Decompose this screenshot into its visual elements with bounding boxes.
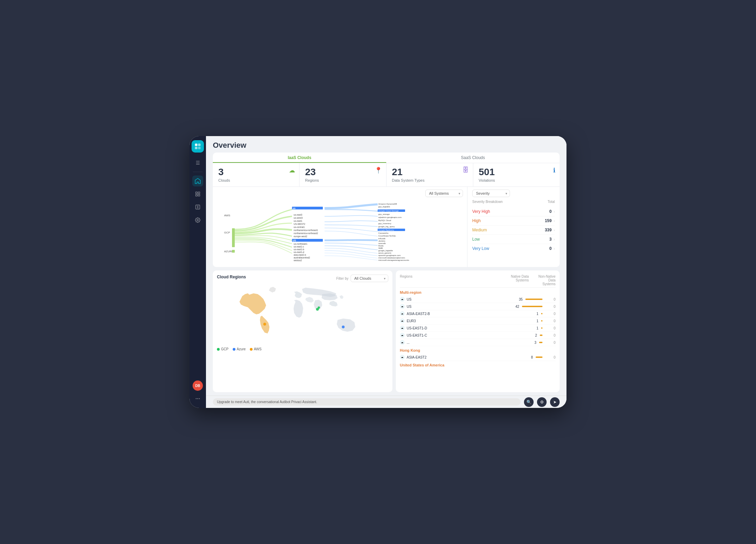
svg-text:microsoft.databasesqlservers: microsoft.databasesqlservers <box>378 257 405 259</box>
stat-clouds: 3 Clouds ☁ <box>213 163 300 186</box>
svg-rect-7 <box>198 194 200 196</box>
severity-item-very-low[interactable]: Very Low 0 › <box>472 244 555 253</box>
stat-violations: 501 Violations ℹ <box>473 163 560 186</box>
svg-rect-14 <box>232 228 235 247</box>
legend-azure: Azure <box>233 347 246 351</box>
sankey-controls: All Systems <box>217 190 463 197</box>
regions-icon: 📍 <box>375 167 382 174</box>
main-content: Overview IaaS Clouds SaaS Clouds 3 Cloud… <box>206 136 566 408</box>
severity-total-label: Total <box>548 200 555 204</box>
tab-iaas[interactable]: IaaS Clouds <box>213 153 386 163</box>
arrow-icon-btn[interactable]: ➤ <box>550 397 560 407</box>
severity-low-label: Low <box>472 237 549 242</box>
map-filter-dropdown-wrapper: All Clouds <box>351 275 388 282</box>
svg-point-62 <box>263 323 266 326</box>
svg-text:Amazon DynamoDB: Amazon DynamoDB <box>378 203 397 205</box>
region-native-asia-east2: 8 <box>512 355 533 359</box>
severity-medium-arrow: › <box>554 228 555 232</box>
region-native-dots: 3 <box>516 341 536 344</box>
severity-very-low-count: 0 <box>549 246 552 251</box>
region-native-us1: 35 <box>502 298 523 301</box>
svg-text:influxdb: influxdb <box>378 238 386 240</box>
severity-low-arrow: › <box>554 238 555 241</box>
region-row-asia-east2: ☁ ASIA-EAST2 8 0 <box>400 354 556 361</box>
violations-icon: ℹ <box>553 167 556 174</box>
region-name-asia: ASIA-EAST2-B <box>407 312 518 316</box>
severity-breakdown-label: Severity Breakdown <box>472 200 503 204</box>
sidebar-divider <box>193 172 203 172</box>
filter-icon-btn[interactable]: ⚙ <box>537 397 547 407</box>
sidebar-item-reports[interactable] <box>192 202 203 213</box>
middle-row: All Systems AWS GCP AZURE <box>213 187 560 267</box>
all-systems-dropdown[interactable]: All Systems <box>425 190 463 197</box>
severity-medium-label: Medium <box>472 228 545 232</box>
sidebar-item-home[interactable] <box>192 176 203 186</box>
region-bar-useast1d <box>541 327 542 329</box>
clouds-label: Clouds <box>218 178 294 182</box>
svg-point-61 <box>342 326 344 328</box>
dst-number: 21 <box>392 167 467 177</box>
svg-text:SMB: SMB <box>378 247 383 249</box>
svg-point-11 <box>199 398 200 399</box>
dst-icon: 🗄 <box>463 167 469 174</box>
region-nonnative-us1: 0 <box>545 298 556 301</box>
svg-text:europe-west2: europe-west2 <box>294 235 307 238</box>
svg-text:spanner.googleapis.com: spanner.googleapis.com <box>378 254 401 256</box>
svg-text:Cassandra: Cassandra <box>378 232 389 234</box>
app-logo[interactable] <box>192 140 204 153</box>
tab-saas[interactable]: SaaS Clouds <box>386 153 560 163</box>
region-nonnative-eur3: 0 <box>545 319 556 323</box>
region-native-useast1d: 1 <box>518 326 538 330</box>
severity-item-high[interactable]: High 159 › <box>472 216 555 226</box>
regions-number: 23 <box>305 167 380 177</box>
map-filter-dropdown[interactable]: All Clouds <box>351 275 388 282</box>
severity-item-medium[interactable]: Medium 339 › <box>472 226 555 235</box>
clouds-icon: ☁ <box>289 167 295 174</box>
severity-item-low[interactable]: Low 3 › <box>472 235 555 244</box>
region-nonnative-useast1c: 0 <box>545 334 556 337</box>
col-native: Native DataSystems <box>505 275 529 286</box>
region-row-eur3: ☁ EUR3 1 0 <box>400 317 556 325</box>
severity-header: Severity Breakdown Total <box>472 200 555 205</box>
sankey-diagram: AWS GCP AZURE <box>217 199 463 264</box>
svg-text:gcp_bigtable: gcp_bigtable <box>378 206 390 208</box>
region-name-us2: US <box>407 305 499 309</box>
svg-text:us-east1-c: us-east1-c <box>294 245 304 248</box>
svg-point-9 <box>196 398 197 399</box>
svg-text:Redis: Redis <box>378 245 383 247</box>
page-header: Overview <box>206 136 566 153</box>
dots-icon[interactable] <box>193 394 203 404</box>
svg-text:us-east1-b: us-east1-b <box>294 248 304 251</box>
region-icon-asia: ☁ <box>400 311 405 316</box>
svg-rect-17 <box>292 207 323 209</box>
sidebar-item-settings[interactable] <box>192 215 203 226</box>
user-avatar[interactable]: DB <box>193 380 203 391</box>
svg-text:microsoft.storagestoragcaccoun: microsoft.storagestoragcaccounts <box>378 259 409 261</box>
svg-text:us: us <box>293 207 295 209</box>
region-nonnative-useast1d: 0 <box>545 326 556 330</box>
region-icon-eur3: ☁ <box>400 318 405 323</box>
content-area: IaaS Clouds SaaS Clouds 3 Clouds ☁ 23 Re… <box>206 153 566 396</box>
svg-text:gcp_Inventory: gcp_Inventory <box>378 222 391 225</box>
sidebar-item-dashboard[interactable] <box>192 189 203 200</box>
dst-label: Data System Types <box>392 178 467 182</box>
region-bar-asia-east2 <box>536 356 542 358</box>
bottom-bar: Upgrade to meet Auti, the conversational… <box>206 396 566 408</box>
region-nonnative-dots: 0 <box>545 341 556 344</box>
menu-toggle[interactable]: ☰ <box>192 157 203 168</box>
search-icon-btn[interactable]: 🔍 <box>524 397 534 407</box>
col-non-native: Non-Native DataSystems <box>532 275 556 286</box>
severity-dropdown[interactable]: Severity <box>472 190 510 197</box>
severity-item-very-high[interactable]: Very High 0 › <box>472 207 555 216</box>
svg-text:Google Cloud Storage: Google Cloud Storage <box>378 210 399 212</box>
top-section: IaaS Clouds SaaS Clouds 3 Clouds ☁ 23 Re… <box>213 153 560 267</box>
region-bar-useast1c <box>540 335 542 336</box>
svg-text:google_big_query: google_big_query <box>378 226 395 228</box>
region-bar-us1 <box>525 299 542 300</box>
chat-message[interactable]: Upgrade to meet Auti, the conversational… <box>213 398 521 406</box>
stat-cards: 3 Clouds ☁ 23 Regions 📍 21 Data System T… <box>213 163 560 187</box>
severity-very-high-label: Very High <box>472 209 549 214</box>
world-map-container <box>217 283 388 345</box>
svg-text:us-northeast1: us-northeast1 <box>294 243 307 245</box>
region-bar-us2 <box>522 306 542 307</box>
